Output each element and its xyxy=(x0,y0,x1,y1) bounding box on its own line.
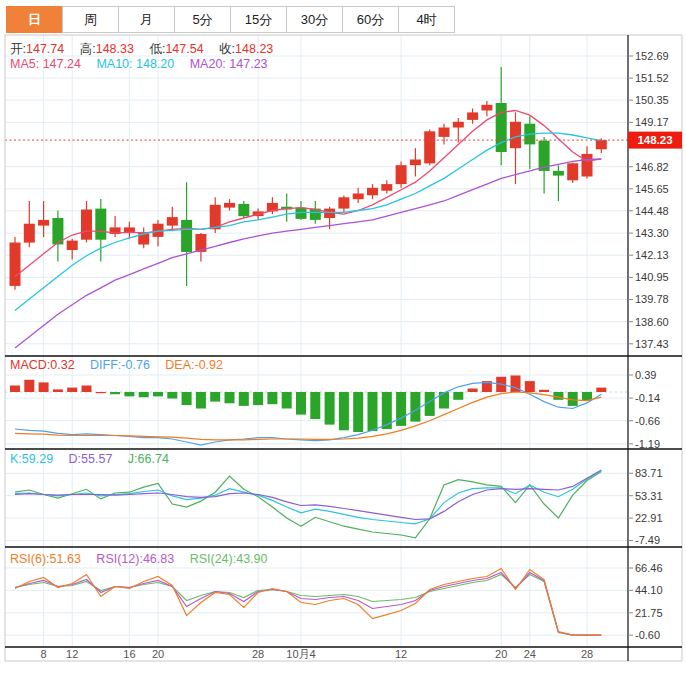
open-label: 开: xyxy=(10,42,26,56)
x-tick-label: 12 xyxy=(66,648,78,660)
d-line xyxy=(15,470,601,519)
y-tick-label: 139.78 xyxy=(635,293,669,305)
macd-hist-bar xyxy=(124,392,134,396)
macd-hist-bar xyxy=(139,392,149,397)
macd-hist-bar xyxy=(468,389,478,393)
candle-body xyxy=(381,184,392,191)
macd-hist-bar xyxy=(210,392,220,402)
ma5-value: 147.24 xyxy=(43,57,81,71)
macd-hist-bar xyxy=(267,392,277,404)
y-tick-label: 44.10 xyxy=(635,584,663,596)
macd-hist-bar xyxy=(110,392,120,394)
macd-hist-bar xyxy=(239,392,249,406)
low-label: 低: xyxy=(149,42,165,56)
candle-body xyxy=(38,220,49,226)
low-value: 147.54 xyxy=(165,42,203,56)
candle-body xyxy=(396,165,407,184)
y-tick-label: 138.60 xyxy=(635,316,669,328)
macd-hist-bar xyxy=(24,380,34,392)
y-tick-label: 83.71 xyxy=(635,467,663,479)
x-tick-label: 8 xyxy=(41,648,47,660)
rsi6-line xyxy=(15,569,601,636)
open-value: 147.74 xyxy=(26,42,64,56)
tab-day[interactable]: 日 xyxy=(6,6,63,33)
macd-hist-bar xyxy=(39,382,49,392)
macd-hist-bar xyxy=(453,392,463,400)
chart-frame xyxy=(5,35,682,661)
high-value: 148.33 xyxy=(96,42,134,56)
y-tick-label: 150.35 xyxy=(635,94,669,106)
y-tick-label: -0.14 xyxy=(635,392,660,404)
rsi24-value: RSI(24):43.90 xyxy=(190,552,268,566)
dea-value: DEA:-0.92 xyxy=(165,358,223,372)
macd-hist-bar xyxy=(225,392,235,403)
trading-chart-page: { "tabs": [ {"label": "日", "active": tru… xyxy=(0,0,686,679)
y-tick-label: 143.30 xyxy=(635,227,669,239)
macd-hist-bar xyxy=(153,392,163,396)
candle-body xyxy=(24,224,35,243)
macd-hist-bar xyxy=(553,392,563,400)
kdj-readout: K:59.29 D:55.57 J:66.74 xyxy=(10,452,181,466)
macd-hist-bar xyxy=(539,390,549,392)
macd-hist-bar xyxy=(53,389,63,392)
timeframe-tab-bar: 日 周 月 5分 15分 30分 60分 4时 xyxy=(7,6,455,33)
y-tick-label: -0.66 xyxy=(635,415,660,427)
k-value: K:59.29 xyxy=(10,452,53,466)
candle-body xyxy=(10,243,21,286)
diff-value: DIFF:-0.76 xyxy=(90,358,150,372)
candle-body xyxy=(582,154,593,177)
tab-60min[interactable]: 60分 xyxy=(342,6,399,33)
rsi12-value: RSI(12):46.83 xyxy=(96,552,174,566)
macd-hist-bar xyxy=(82,386,92,393)
high-label: 高: xyxy=(80,42,96,56)
y-tick-label: 151.52 xyxy=(635,72,669,84)
macd-hist-bar xyxy=(368,392,378,431)
rsi6-value: RSI(6):51.63 xyxy=(10,552,81,566)
candle-body xyxy=(467,112,478,120)
macd-hist-bar xyxy=(396,392,406,426)
tab-4hour[interactable]: 4时 xyxy=(398,6,455,33)
ma-readout: MA5: 147.24 MA10: 148.20 MA20: 147.23 xyxy=(10,57,280,71)
candle-body xyxy=(338,197,349,208)
macd-hist-bar xyxy=(196,392,206,409)
ma5-label: MA5: xyxy=(10,57,43,71)
tab-15min[interactable]: 15分 xyxy=(230,6,287,33)
macd-readout: MACD:0.32 DIFF:-0.76 DEA:-0.92 xyxy=(10,358,235,372)
y-tick-label: 53.31 xyxy=(635,490,663,502)
candle-body xyxy=(453,122,464,128)
j-value: J:66.74 xyxy=(128,452,169,466)
macd-hist-bar xyxy=(167,392,177,399)
x-tick-label: 24 xyxy=(524,648,536,660)
candle-body xyxy=(481,105,492,111)
y-tick-label: -0.60 xyxy=(635,629,660,641)
x-tick-label: 20 xyxy=(152,648,164,660)
tab-5min[interactable]: 5分 xyxy=(174,6,231,33)
candle-body xyxy=(81,210,92,240)
y-tick-label: 145.65 xyxy=(635,183,669,195)
candle-body xyxy=(167,217,178,226)
y-tick-label: 0.39 xyxy=(635,369,656,381)
candle-body xyxy=(367,188,378,196)
y-tick-label: 144.48 xyxy=(635,205,669,217)
chart-canvas[interactable]: 152.69151.52150.35149.17146.82145.65144.… xyxy=(0,0,686,679)
y-tick-label: 149.17 xyxy=(635,116,669,128)
candle-body xyxy=(553,171,564,176)
macd-hist-bar xyxy=(253,392,263,405)
macd-hist-bar xyxy=(310,392,320,419)
rsi24-line xyxy=(15,575,601,636)
macd-hist-bar xyxy=(325,392,335,425)
rsi-readout: RSI(6):51.63 RSI(12):46.83 RSI(24):43.90 xyxy=(10,552,280,566)
ma20-value: 147.23 xyxy=(229,57,267,71)
tab-month[interactable]: 月 xyxy=(118,6,175,33)
macd-hist-bar xyxy=(96,392,106,393)
macd-hist-bar xyxy=(525,381,535,392)
tab-30min[interactable]: 30分 xyxy=(286,6,343,33)
macd-hist-bar xyxy=(67,388,77,392)
ma20-line xyxy=(15,159,601,348)
macd-hist-bar xyxy=(296,392,306,415)
x-tick-label: 12 xyxy=(395,648,407,660)
x-tick-label: 28 xyxy=(252,648,264,660)
macd-hist-bar xyxy=(282,392,292,409)
tab-week[interactable]: 周 xyxy=(62,6,119,33)
y-tick-label: 146.82 xyxy=(635,161,669,173)
